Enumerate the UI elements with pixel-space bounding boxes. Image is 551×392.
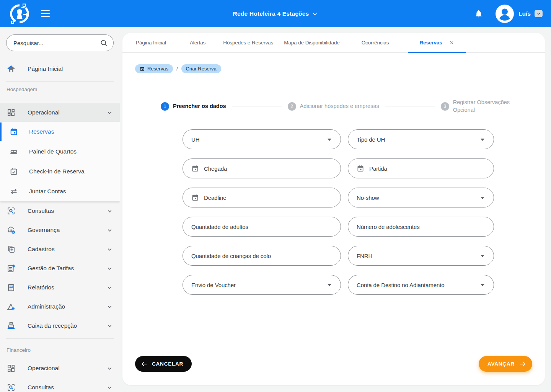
quantidade-de-adultos-field[interactable]: Quantidade de adultos bbox=[183, 217, 341, 237]
sidebar-item-administracao[interactable]: Administração bbox=[0, 297, 120, 316]
sidebar-item-pagina-inicial[interactable]: Página Inicial bbox=[0, 60, 120, 78]
field-label: UH bbox=[191, 136, 199, 143]
cash-register-icon bbox=[7, 321, 16, 330]
user-name: Luís bbox=[518, 10, 531, 17]
envio-de-voucher-select[interactable]: Envio de Voucher bbox=[183, 275, 341, 295]
section-label-hospedagem: Hospedagem bbox=[7, 87, 120, 93]
sidebar-subitem-reservas[interactable]: Reservas bbox=[0, 122, 120, 142]
chevron-down-icon bbox=[106, 365, 113, 372]
sidebar-item-label: Relatórios bbox=[28, 284, 54, 291]
sidebar-item-relatorios[interactable]: Relatórios bbox=[0, 278, 120, 297]
close-icon[interactable] bbox=[449, 40, 454, 45]
fnrh-select[interactable]: FNRH bbox=[348, 246, 494, 266]
search-frame-icon bbox=[7, 206, 16, 216]
cancel-button[interactable]: CANCELAR bbox=[135, 356, 192, 372]
tab-alertas[interactable]: Alertas bbox=[190, 33, 205, 52]
search-input[interactable] bbox=[13, 40, 100, 46]
chevron-down-icon bbox=[106, 323, 113, 329]
chevron-down-icon bbox=[106, 384, 113, 391]
field-label: FNRH bbox=[357, 253, 372, 259]
deadline-date-field[interactable]: Deadline bbox=[183, 188, 341, 207]
tab-ocorrencias[interactable]: Ocorrências bbox=[362, 33, 389, 52]
sidebar-item-caixa-da-recepcao[interactable]: Caixa da recepção bbox=[0, 316, 120, 335]
sidebar-item-label: Cadastros bbox=[28, 246, 55, 253]
tab-label: Reservas bbox=[419, 40, 442, 46]
sidebar-item-label: Juntar Contas bbox=[29, 188, 66, 195]
chevron-down-icon bbox=[106, 208, 113, 214]
breadcrumb-chip-reservas[interactable]: Reservas bbox=[135, 64, 173, 73]
bell-icon[interactable] bbox=[471, 6, 486, 21]
tipo-de-uh-select[interactable]: Tipo de UH bbox=[348, 129, 494, 149]
sidebar-item-label: Check-in de Reserva bbox=[29, 168, 85, 175]
sidebar-item-gestao-de-tarifas[interactable]: Gestão de Tarifas bbox=[0, 259, 120, 278]
step-label-main: Registrar Observações bbox=[453, 99, 510, 106]
calendar-icon bbox=[191, 194, 199, 201]
calendar-icon bbox=[10, 127, 18, 136]
tab-hospedes-e-reservas[interactable]: Hóspedes e Reservas bbox=[223, 33, 273, 52]
tab-reservas[interactable]: Reservas bbox=[408, 33, 465, 52]
sidebar-item-consultas-financeiro[interactable]: Consultas bbox=[0, 378, 120, 392]
avancar-button[interactable]: AVANÇAR bbox=[479, 356, 532, 372]
sidebar-item-label: Consultas bbox=[28, 207, 54, 214]
breadcrumb-label: Criar Reserva bbox=[186, 66, 217, 72]
field-label: Envio de Voucher bbox=[191, 282, 236, 288]
sidebar-subitem-checkin-de-reserva[interactable]: Check-in de Reserva bbox=[0, 162, 120, 181]
arrow-right-icon bbox=[519, 361, 526, 368]
sidebar-item-cadastros[interactable]: Cadastros bbox=[0, 240, 120, 259]
search-icon bbox=[100, 39, 108, 47]
sidebar-item-consultas[interactable]: Consultas bbox=[0, 201, 120, 220]
field-label: Quantidade de adultos bbox=[191, 224, 248, 230]
field-label: No-show bbox=[357, 194, 379, 201]
chevron-down-icon bbox=[106, 265, 113, 272]
user-caret-icon[interactable] bbox=[535, 10, 543, 17]
sidebar-subitem-painel-de-quartos[interactable]: Painel de Quartos bbox=[0, 142, 120, 162]
step-number-badge: 3 bbox=[441, 102, 449, 111]
dropdown-caret-icon bbox=[328, 139, 331, 141]
chegada-date-field[interactable]: Chegada bbox=[183, 158, 341, 178]
calendar-icon bbox=[140, 66, 145, 71]
calendar-check-icon bbox=[10, 167, 18, 176]
hotel-network-selector[interactable]: Rede Hoteleira 4 Estações bbox=[0, 0, 551, 27]
sidebar-item-operacional-financeiro[interactable]: Operacional bbox=[0, 359, 120, 378]
avatar[interactable] bbox=[496, 5, 514, 23]
next-label: AVANÇAR bbox=[487, 361, 515, 367]
dropdown-caret-icon bbox=[481, 197, 484, 199]
app-root: Rede Hoteleira 4 Estações Luís bbox=[0, 0, 551, 392]
page-title: Rede Hoteleira 4 Estações bbox=[233, 10, 309, 17]
numero-de-adolescentes-field[interactable]: Número de adolescentes bbox=[348, 217, 494, 237]
sidebar-item-label: Consultas bbox=[28, 384, 54, 391]
step-connector bbox=[232, 106, 282, 107]
dropdown-caret-icon bbox=[481, 139, 484, 141]
breadcrumb-chip-criar-reserva[interactable]: Criar Reserva bbox=[181, 64, 221, 73]
step-number-badge: 1 bbox=[161, 102, 169, 111]
field-label: Chegada bbox=[204, 165, 227, 172]
arrow-left-icon bbox=[141, 361, 148, 368]
ruler-gear-icon bbox=[7, 302, 16, 311]
dashboard-icon bbox=[7, 364, 16, 373]
step-connector bbox=[385, 106, 435, 107]
sidebar-divider bbox=[6, 338, 114, 339]
uh-select[interactable]: UH bbox=[183, 129, 341, 149]
step-number-badge: 2 bbox=[288, 102, 296, 111]
sidebar-item-governanca[interactable]: Governança bbox=[0, 220, 120, 240]
tab-pagina-inicial[interactable]: Página Inicial bbox=[135, 33, 167, 52]
quantidade-de-criancas-de-colo-field[interactable]: Quantidade de crianças de colo bbox=[183, 246, 341, 266]
search-box[interactable] bbox=[6, 34, 114, 51]
sidebar-item-label: Gestão de Tarifas bbox=[28, 265, 74, 272]
sidebar-item-label: Caixa da recepção bbox=[28, 322, 77, 329]
no-show-select[interactable]: No-show bbox=[348, 188, 494, 207]
sidebar-item-operacional[interactable]: Operacional bbox=[0, 103, 120, 122]
sidebar-divider bbox=[6, 81, 114, 82]
field-label: Tipo de UH bbox=[357, 136, 385, 143]
conta-de-destino-no-adiantamento-select[interactable]: Conta de Destino no Adiantamento bbox=[348, 275, 494, 295]
sidebar-subitem-juntar-contas[interactable]: Juntar Contas bbox=[0, 181, 120, 201]
sidebar-item-label: Administração bbox=[28, 303, 65, 310]
step-1-preencher-os-dados: 1 Preencher os dados bbox=[161, 102, 226, 111]
chevron-down-icon bbox=[106, 284, 113, 291]
reservation-form: UH Tipo de UH bbox=[183, 129, 494, 295]
copy-add-icon bbox=[7, 245, 16, 254]
partida-date-field[interactable]: Partida bbox=[348, 158, 494, 178]
step-label: Adicionar hóspedes e empresas bbox=[300, 103, 379, 110]
tab-mapa-de-disponibilidade[interactable]: Mapa de Disponibilidade bbox=[284, 33, 340, 52]
step-3-registrar-observacoes: 3 Registrar Observações Opcional bbox=[441, 99, 510, 114]
